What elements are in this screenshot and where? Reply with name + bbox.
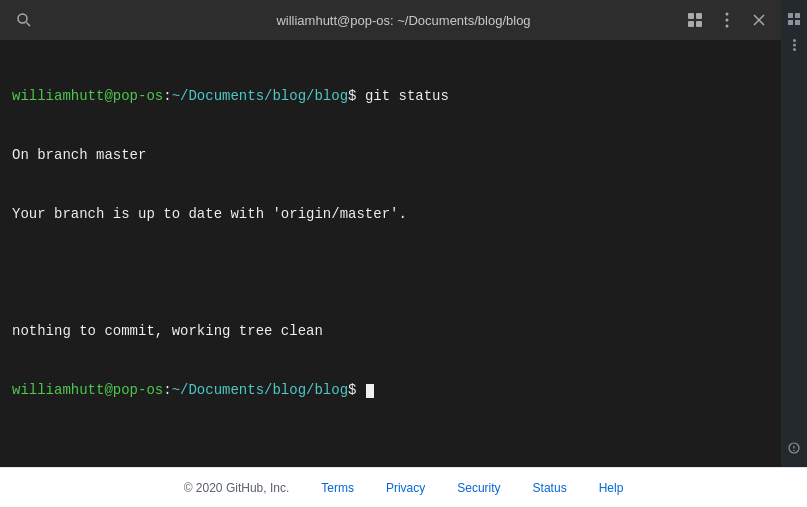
footer-link-security[interactable]: Security <box>457 481 500 495</box>
cmd-1: $ git status <box>348 88 449 104</box>
svg-point-17 <box>793 48 796 51</box>
path-1: ~/Documents/blog/blog <box>172 88 348 104</box>
svg-rect-11 <box>788 13 793 18</box>
svg-line-1 <box>27 23 31 27</box>
svg-point-16 <box>793 44 796 47</box>
footer-link-privacy[interactable]: Privacy <box>386 481 425 495</box>
main-area: williamhutt@pop-os: ~/Documents/blog/blo… <box>0 0 807 467</box>
svg-rect-14 <box>795 20 800 25</box>
svg-rect-2 <box>688 13 694 19</box>
svg-rect-4 <box>688 21 694 27</box>
right-sidebar <box>781 0 807 467</box>
path-2: ~/Documents/blog/blog <box>172 382 348 398</box>
svg-point-7 <box>726 19 729 22</box>
svg-point-15 <box>793 39 796 42</box>
grid-button[interactable] <box>681 6 709 34</box>
terminal-body[interactable]: williamhutt@pop-os:~/Documents/blog/blog… <box>0 40 781 467</box>
search-button[interactable] <box>8 4 40 36</box>
terminal-blank <box>12 264 769 284</box>
sidebar-icon-1[interactable] <box>783 8 805 30</box>
terminal-panel: williamhutt@pop-os: ~/Documents/blog/blo… <box>0 0 781 467</box>
prompt-2: $ <box>348 382 365 398</box>
footer-link-help[interactable]: Help <box>599 481 624 495</box>
user-host-2: williamhutt@pop-os <box>12 382 163 398</box>
sidebar-icon-3[interactable] <box>783 437 805 459</box>
cursor <box>366 384 374 398</box>
terminal-controls <box>681 6 773 34</box>
terminal-output-1: On branch master <box>12 146 769 166</box>
terminal-output-2: Your branch is up to date with 'origin/m… <box>12 205 769 225</box>
terminal-prompt-line: williamhutt@pop-os:~/Documents/blog/blog… <box>12 381 769 401</box>
svg-rect-13 <box>788 20 793 25</box>
user-host-1: williamhutt@pop-os <box>12 88 163 104</box>
footer-link-terms[interactable]: Terms <box>321 481 354 495</box>
terminal-line-1: williamhutt@pop-os:~/Documents/blog/blog… <box>12 87 769 107</box>
svg-point-8 <box>726 25 729 28</box>
footer-link-status[interactable]: Status <box>533 481 567 495</box>
more-button[interactable] <box>713 6 741 34</box>
titlebar-left <box>8 4 40 36</box>
terminal-title: williamhutt@pop-os: ~/Documents/blog/blo… <box>276 13 530 28</box>
svg-rect-3 <box>696 13 702 19</box>
sidebar-icon-2[interactable] <box>783 34 805 56</box>
terminal-output-3: nothing to commit, working tree clean <box>12 322 769 342</box>
footer: © 2020 GitHub, Inc. Terms Privacy Securi… <box>0 467 807 507</box>
svg-rect-12 <box>795 13 800 18</box>
svg-point-20 <box>793 450 794 451</box>
svg-rect-5 <box>696 21 702 27</box>
close-button[interactable] <box>745 6 773 34</box>
footer-copyright: © 2020 GitHub, Inc. <box>184 481 290 495</box>
svg-point-6 <box>726 13 729 16</box>
svg-point-0 <box>18 14 27 23</box>
terminal-titlebar: williamhutt@pop-os: ~/Documents/blog/blo… <box>0 0 781 40</box>
